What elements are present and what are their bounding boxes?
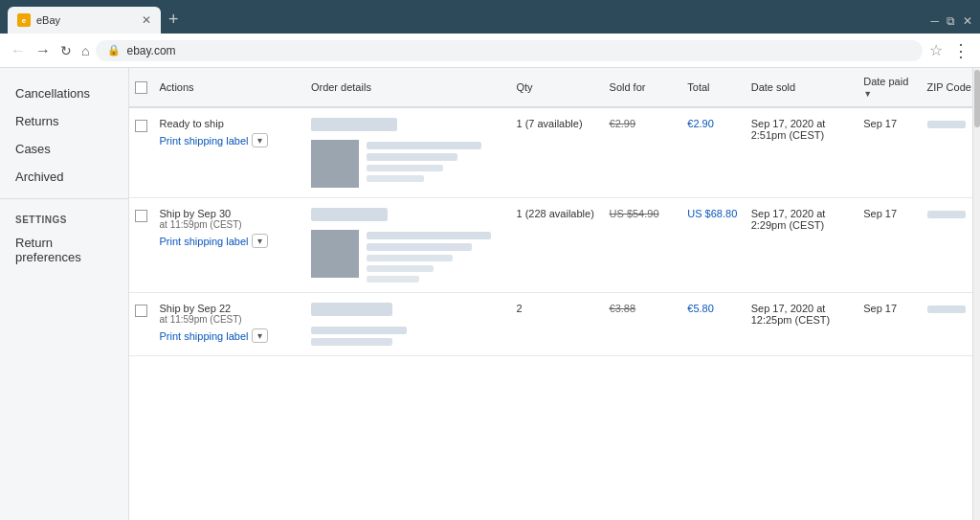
date-paid-cell: Sep 17: [858, 107, 921, 198]
row-checkbox-cell: [129, 198, 154, 293]
sidebar-item-return-preferences[interactable]: Return preferences: [0, 229, 128, 271]
item-title-line4: [367, 175, 424, 182]
forward-button[interactable]: →: [33, 42, 54, 59]
new-tab-button[interactable]: +: [161, 10, 187, 34]
back-button[interactable]: ←: [8, 42, 29, 59]
row-checkbox[interactable]: [135, 210, 147, 222]
print-shipping-label-link[interactable]: Print shipping label: [160, 135, 249, 147]
item-title-line2: [367, 153, 457, 161]
print-label-row: Print shipping label ▾: [160, 234, 300, 248]
date-paid-cell: Sep 17: [858, 198, 921, 293]
close-icon[interactable]: ✕: [963, 14, 972, 28]
lock-icon: 🔒: [107, 44, 121, 57]
price-crossed: €2.99: [610, 118, 677, 129]
menu-icon[interactable]: ⋮: [949, 40, 972, 61]
dropdown-button[interactable]: ▾: [252, 234, 268, 248]
qty-cell: 1 (228 available): [510, 198, 603, 293]
content-area: Actions Order details Qty Sold for Total…: [129, 68, 980, 520]
order-item-row: [311, 230, 505, 283]
table-row: Ready to ship Print shipping label ▾: [129, 107, 980, 198]
home-button[interactable]: ⌂: [78, 43, 92, 58]
tab-favicon: e: [17, 13, 31, 27]
order-detail-cell: [305, 107, 511, 198]
table-header-row: Actions Order details Qty Sold for Total…: [129, 68, 980, 107]
order-item-row: [311, 140, 505, 188]
zip-cell: [922, 293, 980, 356]
zip-cell: [922, 198, 980, 293]
print-label-row: Print shipping label ▾: [160, 133, 300, 147]
price-crossed: €3.88: [610, 303, 677, 314]
row-checkbox[interactable]: [135, 120, 147, 132]
app-layout: Cancellations Returns Cases Archived SET…: [0, 68, 980, 520]
row-checkbox[interactable]: [135, 305, 147, 317]
dropdown-button[interactable]: ▾: [252, 328, 268, 343]
qty-cell: 2: [510, 293, 603, 356]
th-checkbox: [129, 68, 154, 107]
date-sold-cell: Sep 17, 2020 at 2:29pm (CEST): [746, 198, 858, 293]
item-image: [311, 230, 359, 278]
scrollbar-track[interactable]: [972, 68, 980, 520]
item-title-line3: [367, 255, 453, 261]
th-zip-code: ZIP Code: [922, 68, 980, 107]
price-crossed: US $54.90: [610, 208, 677, 219]
print-shipping-label-link[interactable]: Print shipping label: [160, 236, 249, 247]
address-input[interactable]: [126, 44, 911, 57]
zip-cell: [922, 107, 980, 198]
dropdown-button[interactable]: ▾: [252, 133, 268, 147]
sold-for-cell: US $54.90: [604, 198, 682, 293]
th-order-details: Order details: [305, 68, 511, 107]
reload-button[interactable]: ↻: [57, 43, 75, 58]
sidebar-section-title: SETTINGS: [0, 207, 128, 229]
item-image: [311, 140, 359, 188]
active-tab[interactable]: e eBay ✕: [8, 7, 161, 34]
th-date-sold: Date sold: [746, 68, 858, 107]
window-controls: ─ ⧉ ✕: [930, 14, 972, 34]
print-shipping-label-link[interactable]: Print shipping label: [160, 330, 249, 342]
tab-title-text: eBay: [36, 14, 60, 26]
th-total: Total: [681, 68, 745, 107]
total-cell: €2.90: [681, 107, 745, 198]
star-icon[interactable]: ☆: [926, 41, 946, 59]
restore-icon[interactable]: ⧉: [947, 14, 955, 28]
date-sold-cell: Sep 17, 2020 at 2:51pm (CEST): [746, 107, 858, 198]
action-label: Ready to ship: [160, 118, 300, 129]
row-checkbox-cell: [129, 293, 154, 356]
minimize-icon[interactable]: ─: [930, 14, 939, 28]
row-checkbox-cell: [129, 107, 154, 198]
order-item-row: [311, 325, 505, 346]
sort-icon: ▼: [863, 89, 872, 99]
scrollbar-thumb[interactable]: [974, 70, 980, 127]
zip-blurred: [927, 121, 966, 128]
order-id-chip: [311, 303, 392, 316]
action-sub: at 11:59pm (CEST): [160, 219, 300, 230]
table-row: Ship by Sep 22 at 11:59pm (CEST) Print s…: [129, 293, 980, 356]
sidebar-item-cancellations[interactable]: Cancellations: [0, 79, 128, 107]
item-title-line1: [311, 327, 407, 334]
sold-for-cell: €3.88: [604, 293, 682, 356]
order-detail-cell: [305, 293, 511, 356]
total-cell: €5.80: [681, 293, 745, 356]
sidebar-item-archived[interactable]: Archived: [0, 163, 128, 191]
order-detail-cell: [305, 198, 511, 293]
item-title-line1: [367, 142, 481, 149]
sidebar-divider: [0, 198, 128, 199]
sidebar-item-returns[interactable]: Returns: [0, 107, 128, 135]
table-row: Ship by Sep 30 at 11:59pm (CEST) Print s…: [129, 198, 980, 293]
qty-cell: 1 (7 available): [510, 107, 603, 198]
item-title-line3: [367, 165, 443, 171]
action-label: Ship by Sep 22: [160, 303, 300, 314]
item-title-line5: [367, 276, 419, 283]
print-label-row: Print shipping label ▾: [160, 328, 300, 343]
header-checkbox[interactable]: [135, 81, 147, 94]
th-date-paid[interactable]: Date paid ▼: [858, 68, 921, 107]
item-title-line2: [311, 338, 392, 346]
item-text-lines: [311, 325, 407, 346]
tab-bar: e eBay ✕ +: [8, 0, 924, 34]
browser-chrome: e eBay ✕ + ─ ⧉ ✕: [0, 0, 980, 34]
sidebar-item-cases[interactable]: Cases: [0, 135, 128, 163]
tab-close-icon[interactable]: ✕: [142, 13, 151, 27]
date-paid-cell: Sep 17: [858, 293, 921, 356]
action-cell: Ship by Sep 30 at 11:59pm (CEST) Print s…: [154, 198, 305, 293]
action-sub: at 11:59pm (CEST): [160, 314, 300, 325]
th-qty: Qty: [510, 68, 603, 107]
